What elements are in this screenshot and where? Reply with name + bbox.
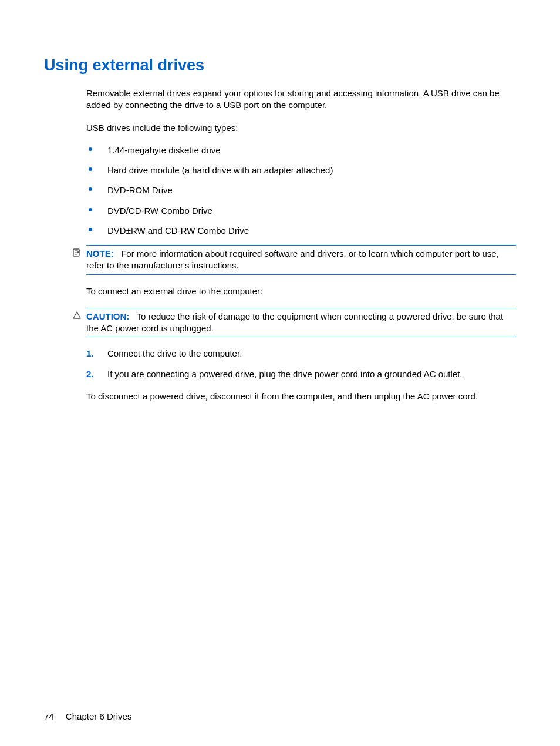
section-heading: Using external drives (44, 56, 516, 75)
steps-list: 1. Connect the drive to the computer. 2.… (86, 348, 516, 380)
step-number: 1. (86, 348, 94, 359)
page-footer: 74 Chapter 6 Drives (44, 711, 131, 721)
chapter-label: Chapter 6 Drives (66, 711, 132, 721)
intro-paragraph: Removable external drives expand your op… (86, 88, 516, 112)
step-item: 1. Connect the drive to the computer. (86, 348, 516, 359)
step-text: Connect the drive to the computer. (107, 348, 242, 358)
step-text: If you are connecting a powered drive, p… (107, 369, 463, 379)
list-item: 1.44-megabyte diskette drive (86, 145, 516, 156)
list-item-text: DVD±RW and CD-RW Combo Drive (107, 226, 249, 236)
usb-types-list: 1.44-megabyte diskette drive Hard drive … (86, 145, 516, 237)
note-text: For more information about required soft… (86, 248, 499, 270)
list-item: DVD/CD-RW Combo Drive (86, 205, 516, 217)
caution-label: CAUTION: (86, 311, 129, 321)
list-item: Hard drive module (a hard drive with an … (86, 164, 516, 176)
disconnect-paragraph: To disconnect a powered drive, disconnec… (86, 391, 516, 402)
list-item-text: DVD-ROM Drive (107, 185, 173, 195)
note-icon (72, 248, 82, 257)
note-callout: NOTE: For more information about require… (86, 245, 516, 275)
page-number: 74 (44, 711, 54, 721)
list-item: DVD±RW and CD-RW Combo Drive (86, 225, 516, 237)
bullet-icon (89, 147, 92, 151)
bullet-icon (89, 208, 92, 211)
connect-lead: To connect an external drive to the comp… (86, 285, 516, 297)
list-item-text: DVD/CD-RW Combo Drive (107, 206, 212, 216)
note-label: NOTE: (86, 248, 114, 258)
list-item-text: Hard drive module (a hard drive with an … (107, 165, 333, 175)
list-item: DVD-ROM Drive (86, 184, 516, 196)
caution-text: To reduce the risk of damage to the equi… (86, 311, 503, 333)
usb-types-lead: USB drives include the following types: (86, 122, 516, 134)
list-item-text: 1.44-megabyte diskette drive (107, 145, 221, 155)
bullet-icon (89, 167, 92, 171)
bullet-icon (89, 187, 92, 191)
caution-icon (72, 311, 82, 320)
step-number: 2. (86, 368, 94, 380)
caution-callout: CAUTION: To reduce the risk of damage to… (86, 308, 516, 338)
step-item: 2. If you are connecting a powered drive… (86, 368, 516, 380)
bullet-icon (89, 228, 92, 231)
